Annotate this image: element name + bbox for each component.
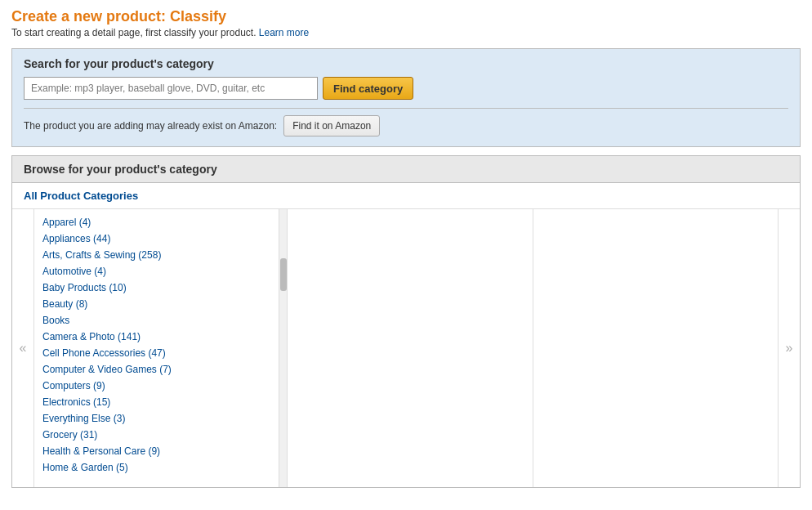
scrollbar: [279, 209, 288, 487]
list-item[interactable]: Grocery (31): [34, 427, 279, 443]
page-subtitle: To start creating a detail page, first c…: [11, 27, 801, 38]
list-item[interactable]: Computer & Video Games (7): [34, 361, 279, 378]
list-item[interactable]: Home & Garden (5): [34, 459, 279, 476]
list-item[interactable]: Health & Personal Care (9): [34, 443, 279, 459]
page-header: Create a new product: Classify To start …: [0, 0, 812, 42]
find-amazon-button[interactable]: Find it on Amazon: [283, 115, 380, 136]
browse-section: Browse for your product's category All P…: [11, 155, 801, 488]
scrollbar-thumb: [280, 258, 287, 291]
category-column-2: [288, 209, 533, 487]
browse-section-title: Browse for your product's category: [12, 156, 800, 183]
category-column-3: [533, 209, 778, 487]
list-item[interactable]: Automotive (4): [34, 263, 279, 280]
columns-container: « Apparel (4)Appliances (44)Arts, Crafts…: [12, 209, 800, 487]
list-item[interactable]: Electronics (15): [34, 394, 279, 410]
list-item[interactable]: Books: [34, 312, 279, 329]
all-categories-link[interactable]: All Product Categories: [24, 190, 138, 202]
list-item[interactable]: Camera & Photo (141): [34, 329, 279, 345]
list-item[interactable]: Cell Phone Accessories (47): [34, 345, 279, 361]
search-row: Find category: [24, 77, 788, 100]
learn-more-link[interactable]: Learn more: [259, 27, 309, 38]
list-item[interactable]: Baby Products (10): [34, 280, 279, 296]
category-column-1: Apparel (4)Appliances (44)Arts, Crafts &…: [34, 209, 279, 487]
search-section-title: Search for your product's category: [24, 57, 788, 70]
list-item[interactable]: Computers (9): [34, 378, 279, 394]
amazon-row: The product you are adding may already e…: [24, 108, 788, 136]
amazon-text: The product you are adding may already e…: [24, 120, 277, 132]
list-item[interactable]: Appliances (44): [34, 230, 279, 247]
page-title: Create a new product: Classify: [11, 8, 801, 25]
list-item[interactable]: Apparel (4): [34, 214, 279, 230]
breadcrumb: All Product Categories: [12, 183, 800, 209]
nav-left-arrow[interactable]: «: [12, 209, 33, 487]
search-input[interactable]: [24, 77, 318, 100]
columns-inner: Apparel (4)Appliances (44)Arts, Crafts &…: [33, 209, 779, 487]
list-item[interactable]: Beauty (8): [34, 296, 279, 312]
find-category-button[interactable]: Find category: [323, 77, 413, 100]
list-item[interactable]: Everything Else (3): [34, 410, 279, 427]
search-section: Search for your product's category Find …: [11, 48, 801, 147]
list-item[interactable]: Arts, Crafts & Sewing (258): [34, 247, 279, 263]
nav-right-arrow[interactable]: »: [779, 209, 800, 487]
